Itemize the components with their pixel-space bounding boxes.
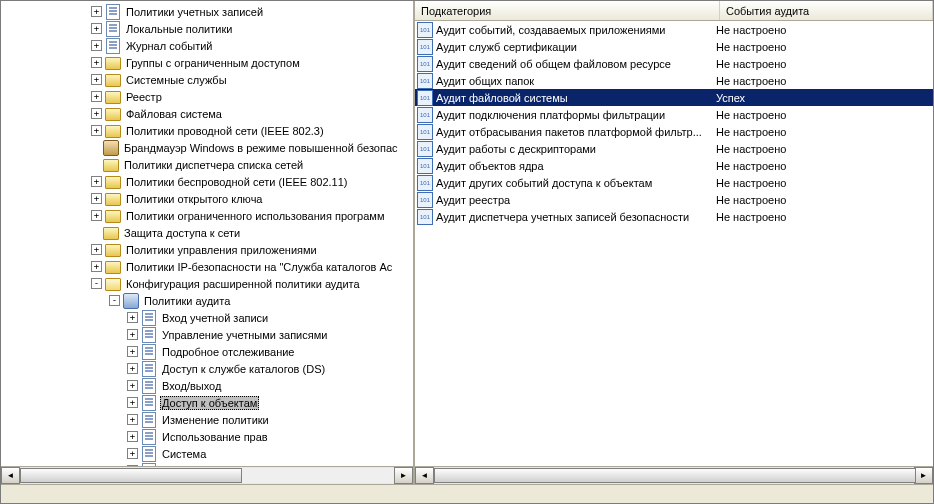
column-subcategory[interactable]: Подкатегория <box>415 1 720 20</box>
policy-icon <box>123 293 139 309</box>
tree-item[interactable]: +Политики IP-безопасности на "Служба кат… <box>1 258 413 275</box>
tree-item[interactable]: +Политики беспроводной сети (IEEE 802.11… <box>1 173 413 190</box>
tree-item[interactable]: Брандмауэр Windows в режиме повышенной б… <box>1 139 413 156</box>
cell-status: Не настроено <box>715 211 933 223</box>
right-hscroll[interactable]: ◄ ► <box>415 466 933 484</box>
cell-subcategory-text: Аудит сведений об общем файловом ресурсе <box>436 58 671 70</box>
tree-item[interactable]: +Группы с ограниченным доступом <box>1 54 413 71</box>
expand-icon[interactable]: + <box>127 431 138 442</box>
column-audit-events[interactable]: События аудита <box>720 1 933 20</box>
tree-item[interactable]: +Управление учетными записями <box>1 326 413 343</box>
expand-icon[interactable]: + <box>91 23 102 34</box>
expand-icon[interactable]: + <box>91 40 102 51</box>
list-item[interactable]: 101Аудит событий, создаваемых приложения… <box>415 21 933 38</box>
tree-item[interactable]: +Файловая система <box>1 105 413 122</box>
cell-status: Не настроено <box>715 24 933 36</box>
tree-item[interactable]: +Доступ к службе каталогов (DS) <box>1 360 413 377</box>
expand-icon[interactable]: + <box>91 210 102 221</box>
tree-item[interactable]: Политики диспетчера списка сетей <box>1 156 413 173</box>
list-item[interactable]: 101Аудит других событий доступа к объект… <box>415 174 933 191</box>
list-item[interactable]: 101Аудит работы с дескрипторамиНе настро… <box>415 140 933 157</box>
audit-list[interactable]: 101Аудит событий, создаваемых приложения… <box>415 21 933 466</box>
document-icon <box>141 327 157 343</box>
list-item[interactable]: 101Аудит реестраНе настроено <box>415 191 933 208</box>
tree-item-label: Политики аудита <box>142 295 232 307</box>
expand-icon[interactable]: + <box>91 193 102 204</box>
tree-item-label: Политики IP-безопасности на "Служба ката… <box>124 261 394 273</box>
cell-subcategory: 101Аудит работы с дескрипторами <box>415 141 715 157</box>
expand-icon[interactable]: + <box>91 74 102 85</box>
expand-icon[interactable]: + <box>127 312 138 323</box>
scroll-right-button[interactable]: ► <box>394 467 413 484</box>
scroll-track[interactable] <box>434 468 914 483</box>
tree-item[interactable]: +Изменение политики <box>1 411 413 428</box>
scroll-left-button[interactable]: ◄ <box>415 467 434 484</box>
document-icon <box>141 395 157 411</box>
expand-icon[interactable]: + <box>91 125 102 136</box>
tree-item[interactable]: Защита доступа к сети <box>1 224 413 241</box>
expand-icon[interactable]: + <box>127 380 138 391</box>
tree-item[interactable]: +Подробное отслеживание <box>1 343 413 360</box>
tree-item[interactable]: +Реестр <box>1 88 413 105</box>
tree-item[interactable]: +Политики управления приложениями <box>1 241 413 258</box>
main-area: +Политики учетных записей+Локальные поли… <box>1 1 933 484</box>
list-item[interactable]: 101Аудит сведений об общем файловом ресу… <box>415 55 933 72</box>
expand-icon[interactable]: + <box>91 176 102 187</box>
tree-item[interactable]: -Политики аудита <box>1 292 413 309</box>
tree-item[interactable]: +Системные службы <box>1 71 413 88</box>
tree-item[interactable]: +Политики открытого ключа <box>1 190 413 207</box>
expand-icon[interactable]: + <box>91 108 102 119</box>
tree-item[interactable]: +Система <box>1 445 413 462</box>
scroll-thumb[interactable] <box>20 468 242 483</box>
list-item[interactable]: 101Аудит общих папокНе настроено <box>415 72 933 89</box>
document-icon <box>141 361 157 377</box>
expand-icon[interactable]: + <box>91 261 102 272</box>
expand-icon[interactable]: + <box>127 414 138 425</box>
scroll-track[interactable] <box>20 468 394 483</box>
expand-icon[interactable]: + <box>91 244 102 255</box>
tree-item-label: Реестр <box>124 91 164 103</box>
cell-status: Не настроено <box>715 126 933 138</box>
tree-item[interactable]: +Вход/выход <box>1 377 413 394</box>
scroll-right-button[interactable]: ► <box>914 467 933 484</box>
list-item[interactable]: 101Аудит подключения платформы фильтраци… <box>415 106 933 123</box>
expand-icon[interactable]: + <box>127 329 138 340</box>
left-hscroll[interactable]: ◄ ► <box>1 466 413 484</box>
left-panel: +Политики учетных записей+Локальные поли… <box>1 1 415 484</box>
tree-item[interactable]: +Журнал событий <box>1 37 413 54</box>
tree-item[interactable]: +Использование прав <box>1 428 413 445</box>
collapse-icon[interactable]: - <box>91 278 102 289</box>
scroll-left-button[interactable]: ◄ <box>1 467 20 484</box>
tree-item[interactable]: -Конфигурация расширенной политики аудит… <box>1 275 413 292</box>
tree-item[interactable]: +Доступ к объектам <box>1 394 413 411</box>
cell-subcategory: 101Аудит диспетчера учетных записей безо… <box>415 209 715 225</box>
tree-item[interactable]: +Локальные политики <box>1 20 413 37</box>
tree-item[interactable]: +Вход учетной записи <box>1 309 413 326</box>
expand-placeholder <box>91 228 100 237</box>
cell-subcategory-text: Аудит событий, создаваемых приложениями <box>436 24 665 36</box>
tree-item[interactable]: +Политики проводной сети (IEEE 802.3) <box>1 122 413 139</box>
audit-item-icon: 101 <box>417 56 433 72</box>
tree-item-label: Локальные политики <box>124 23 234 35</box>
expand-icon[interactable]: + <box>127 346 138 357</box>
folder-icon <box>105 174 121 190</box>
expand-icon[interactable]: + <box>127 363 138 374</box>
list-item[interactable]: 101Аудит служб сертификацииНе настроено <box>415 38 933 55</box>
collapse-icon[interactable]: - <box>109 295 120 306</box>
folder-icon <box>105 208 121 224</box>
expand-icon[interactable]: + <box>127 448 138 459</box>
tree-item[interactable]: +Политики ограниченного использования пр… <box>1 207 413 224</box>
policy-tree[interactable]: +Политики учетных записей+Локальные поли… <box>1 1 413 466</box>
expand-icon[interactable]: + <box>91 57 102 68</box>
list-item[interactable]: 101Аудит файловой системыУспех <box>415 89 933 106</box>
scroll-thumb[interactable] <box>434 468 916 483</box>
app-window: +Политики учетных записей+Локальные поли… <box>0 0 934 504</box>
list-item[interactable]: 101Аудит объектов ядраНе настроено <box>415 157 933 174</box>
list-item[interactable]: 101Аудит отбрасывания пакетов платформой… <box>415 123 933 140</box>
cell-subcategory: 101Аудит объектов ядра <box>415 158 715 174</box>
expand-icon[interactable]: + <box>127 397 138 408</box>
list-item[interactable]: 101Аудит диспетчера учетных записей безо… <box>415 208 933 225</box>
expand-icon[interactable]: + <box>91 91 102 102</box>
tree-item[interactable]: +Политики учетных записей <box>1 3 413 20</box>
expand-icon[interactable]: + <box>91 6 102 17</box>
